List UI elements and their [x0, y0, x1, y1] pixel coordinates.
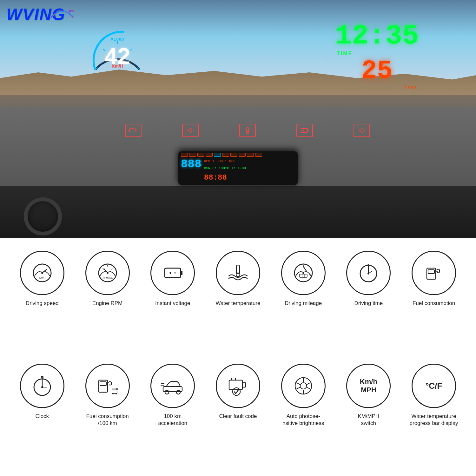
driving-speed-icon: Km/H: [30, 260, 55, 286]
dev-icon-6: [222, 153, 229, 157]
speed-unit: Km/H: [112, 63, 123, 69]
dev-icon-7: [230, 153, 237, 157]
svg-point-56: [367, 273, 369, 274]
feature-auto-brightness: Auto photose- nsitive brightness: [274, 364, 333, 427]
fuel-per-100km-label: Fuel consumption /100 km: [86, 413, 129, 427]
feature-clear-fault: Clear fault code: [208, 364, 267, 420]
km-mph-label: KM/MPH switch: [358, 413, 379, 427]
fuel-consumption-icon-container: [412, 251, 456, 295]
svg-line-51: [303, 267, 307, 271]
engine-warning-icon: [125, 124, 142, 137]
logo-arc-icon: [50, 6, 75, 19]
svg-text:RPM: RPM: [103, 277, 108, 279]
dev-icon-3: [197, 153, 204, 157]
clock-icon: [30, 373, 55, 399]
temp-display-label: Water temperature progress bar display: [410, 413, 458, 427]
water-temperature-icon-container: [216, 251, 260, 295]
device-line-2: BSR C: 188°C T: 1.88: [204, 166, 295, 170]
instant-voltage-icon: [160, 260, 185, 286]
engine-rpm-label: Engine RPM: [92, 300, 122, 307]
dev-icon-1: [181, 153, 188, 157]
features-row-1: Km/H Driving speed RPM: [10, 244, 466, 357]
dev-icon-8: [239, 153, 246, 157]
device-time-display: 88:88: [204, 173, 295, 182]
feature-clock: Clock: [13, 364, 71, 420]
rpm-gauge: X1000 42 Km/H: [86, 19, 149, 83]
dashboard-area: [0, 186, 476, 238]
svg-point-33: [107, 272, 109, 274]
dev-icon-2: [189, 153, 196, 157]
feature-100km-accel: 100 km acceleration: [143, 364, 202, 427]
km-mph-icon-container: Km/h MPH: [346, 364, 391, 408]
feature-engine-rpm: RPM x100 Engine RPM: [78, 251, 137, 307]
svg-point-87: [300, 383, 307, 389]
svg-rect-73: [112, 391, 117, 393]
volume-warning-icon: [354, 124, 370, 137]
fuel-per-100km-icon: [95, 373, 120, 399]
hud-time-label: TIME: [335, 51, 353, 56]
engine-rpm-icon: RPM x100: [95, 260, 120, 286]
svg-rect-81: [229, 380, 242, 390]
engine-rpm-icon-container: RPM x100: [85, 251, 130, 295]
fuel-consumption-label: Fuel consumption: [413, 300, 455, 307]
svg-rect-60: [428, 270, 434, 274]
svg-marker-21: [360, 128, 363, 133]
degree-cf-text: °C/F: [426, 381, 442, 391]
svg-point-85: [233, 388, 240, 395]
clear-fault-icon-container: [216, 364, 260, 408]
driving-speed-icon-container: Km/H: [20, 251, 64, 295]
100km-accel-icon: [160, 373, 185, 399]
svg-rect-36: [165, 268, 181, 278]
warning-icons-row: [105, 124, 390, 137]
fuel-consumption-icon: [421, 260, 446, 286]
device-display-row: 888 RPM 1 888 1 888 BSR C: 188°C T: 1.88…: [181, 158, 295, 183]
feature-temp-display: °C/F Water temperature progress bar disp…: [405, 364, 463, 427]
svg-point-9: [189, 129, 192, 132]
feature-driving-mileage: Driving mileage: [274, 251, 333, 307]
svg-point-65: [41, 386, 43, 388]
device-right-panel: RPM 1 888 1 888 BSR C: 188°C T: 1.88 88:…: [204, 158, 295, 183]
dev-icon-9: [247, 153, 254, 157]
dev-icon-5: [214, 153, 221, 157]
svg-line-92: [296, 387, 300, 389]
svg-point-78: [176, 390, 180, 394]
svg-point-77: [165, 390, 169, 394]
svg-line-91: [307, 387, 310, 389]
svg-text:x100: x100: [108, 277, 113, 279]
features-row-2: Clock Fuel consumption /1: [10, 357, 466, 470]
auto-brightness-label: Auto photose- nsitive brightness: [282, 413, 324, 427]
device-line-1: RPM 1 888 1 888: [204, 159, 295, 163]
feature-fuel-per-100km: Fuel consumption /100 km: [78, 364, 137, 427]
svg-rect-18: [307, 129, 308, 131]
instant-voltage-icon-container: [150, 251, 195, 295]
kmh-text: Km/h: [360, 378, 377, 386]
hud-trip-label: Trip: [404, 84, 419, 90]
svg-line-30: [111, 268, 112, 269]
driving-mileage-icon-container: [281, 251, 326, 295]
svg-point-52: [302, 272, 304, 274]
hud-trip-display: 25: [361, 58, 393, 84]
driving-mileage-label: Driving mileage: [285, 300, 322, 307]
svg-rect-70: [100, 382, 106, 386]
auto-brightness-icon: [291, 373, 316, 399]
water-temperature-label: Water temperature: [215, 300, 260, 307]
driving-time-icon-container: [346, 251, 391, 295]
svg-marker-72: [116, 388, 118, 390]
svg-point-75: [116, 393, 117, 394]
top-section: WVING X1000 42 Km/H: [0, 0, 476, 238]
svg-rect-37: [181, 271, 182, 275]
svg-rect-6: [135, 130, 137, 131]
steering-wheel-hint: [24, 197, 62, 235]
100km-accel-label: 100 km acceleration: [158, 413, 187, 427]
feature-driving-time: Driving time: [339, 251, 398, 307]
svg-line-93: [307, 383, 310, 385]
svg-line-90: [296, 383, 300, 385]
100km-accel-icon-container: [150, 364, 195, 408]
temperature-warning-icon: [239, 124, 256, 137]
svg-text:Km/H: Km/H: [39, 276, 45, 279]
driving-mileage-icon: [291, 260, 316, 286]
battery-warning-icon: [296, 124, 313, 137]
water-temperature-icon: [225, 260, 251, 286]
clear-fault-label: Clear fault code: [219, 413, 257, 420]
brightness-warning-icon: [182, 124, 199, 137]
